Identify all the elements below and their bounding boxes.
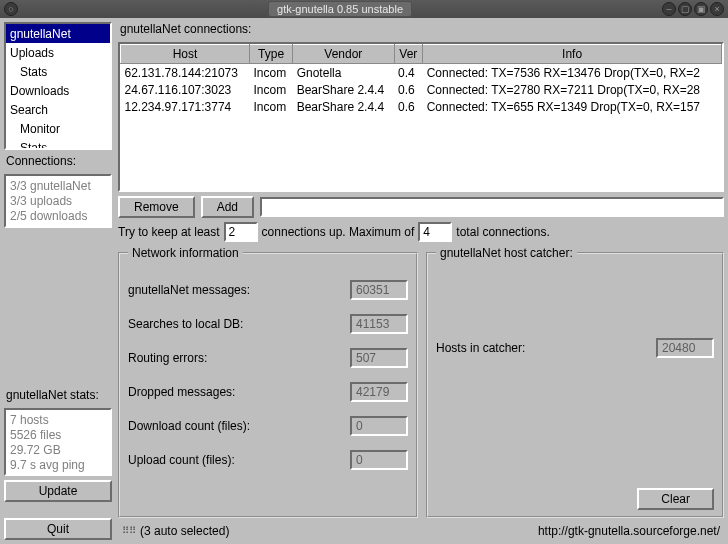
cell-vendor: Gnotella [293,64,394,82]
table-row[interactable]: 24.67.116.107:3023IncomBearShare 2.4.40.… [121,81,722,98]
cell-vendor: BearShare 2.4.4 [293,81,394,98]
netinfo-value [350,382,408,402]
remove-button[interactable]: Remove [118,196,195,218]
host-catcher-group: gnutellaNet host catcher: Hosts in catch… [426,246,724,518]
cell-vendor: BearShare 2.4.4 [293,98,394,115]
network-info-legend: Network information [128,246,243,260]
nav-item-search[interactable]: Search [6,100,110,119]
nav-item-downloads[interactable]: Downloads [6,81,110,100]
netinfo-row: Upload count (files): [128,450,408,470]
cell-type: Incom [249,64,292,82]
grip-icon: ⠿⠿ [122,528,136,534]
keep-post-label: total connections. [456,225,549,239]
nav-item-uploads[interactable]: Uploads [6,43,110,62]
netinfo-label: Upload count (files): [128,453,344,467]
hosts-in-catcher-value [656,338,714,358]
netinfo-value [350,450,408,470]
host-catcher-legend: gnutellaNet host catcher: [436,246,577,260]
stats-title: gnutellaNet stats: [6,388,112,402]
network-info-group: Network information gnutellaNet messages… [118,246,418,518]
keep-connections-row: Try to keep at least connections up. Max… [118,222,724,242]
stats-line: 9.7 s avg ping [10,458,106,472]
cell-host: 62.131.78.144:21073 [121,64,250,82]
status-bar: ⠿⠿ (3 auto selected) http://gtk-gnutella… [118,522,724,540]
connections-table[interactable]: HostTypeVendorVerInfo62.131.78.144:21073… [118,42,724,192]
sysmenu-icon[interactable]: ○ [4,2,18,16]
cell-host: 12.234.97.171:3774 [121,98,250,115]
keep-mid-label: connections up. Maximum of [262,225,415,239]
connections-line: 3/3 uploads [10,194,106,208]
netinfo-row: gnutellaNet messages: [128,280,408,300]
maximize-icon[interactable]: ▢ [678,2,692,16]
cell-type: Incom [249,98,292,115]
col-ver[interactable]: Ver [394,45,423,64]
add-host-input[interactable] [260,197,724,217]
netinfo-value [350,314,408,334]
main-title: gnutellaNet connections: [120,22,724,36]
keep-pre-label: Try to keep at least [118,225,220,239]
nav-tree[interactable]: gnutellaNetUploadsStatsDownloadsSearchMo… [4,22,112,150]
netinfo-row: Routing errors: [128,348,408,368]
connections-line: 2/5 downloads [10,209,106,223]
min-connections-input[interactable] [224,222,258,242]
cell-type: Incom [249,81,292,98]
nav-item-monitor[interactable]: Monitor [6,119,110,138]
shade-icon[interactable]: ▣ [694,2,708,16]
nav-item-stats[interactable]: Stats [6,62,110,81]
cell-host: 24.67.116.107:3023 [121,81,250,98]
stats-line: 7 hosts [10,413,106,427]
netinfo-row: Searches to local DB: [128,314,408,334]
col-info[interactable]: Info [423,45,722,64]
max-connections-input[interactable] [418,222,452,242]
window-title: gtk-gnutella 0.85 unstable [268,1,412,17]
netinfo-label: Dropped messages: [128,385,344,399]
stats-summary: 7 hosts5526 files29.72 GB9.7 s avg ping [4,408,112,476]
netinfo-value [350,348,408,368]
connections-line: 3/3 gnutellaNet [10,179,106,193]
update-button[interactable]: Update [4,480,112,502]
netinfo-value [350,416,408,436]
cell-ver: 0.6 [394,98,423,115]
window-titlebar: ○ gtk-gnutella 0.85 unstable – ▢ ▣ × [0,0,728,18]
col-type[interactable]: Type [249,45,292,64]
add-button[interactable]: Add [201,196,254,218]
nav-item-stats[interactable]: Stats [6,138,110,150]
netinfo-label: Routing errors: [128,351,344,365]
col-vendor[interactable]: Vendor [293,45,394,64]
auto-selected-label: (3 auto selected) [140,524,229,538]
close-icon[interactable]: × [710,2,724,16]
cell-info: Connected: TX=7536 RX=13476 Drop(TX=0, R… [423,64,722,82]
connections-title: Connections: [6,154,112,168]
cell-ver: 0.6 [394,81,423,98]
project-url: http://gtk-gnutella.sourceforge.net/ [538,524,720,538]
cell-info: Connected: TX=2780 RX=7211 Drop(TX=0, RX… [423,81,722,98]
connections-summary: 3/3 gnutellaNet3/3 uploads2/5 downloads [4,174,112,228]
cell-ver: 0.4 [394,64,423,82]
netinfo-row: Download count (files): [128,416,408,436]
nav-item-gnutellanet[interactable]: gnutellaNet [6,24,110,43]
netinfo-value [350,280,408,300]
hosts-in-catcher-label: Hosts in catcher: [436,341,650,355]
col-host[interactable]: Host [121,45,250,64]
netinfo-label: Download count (files): [128,419,344,433]
netinfo-label: gnutellaNet messages: [128,283,344,297]
minimize-icon[interactable]: – [662,2,676,16]
stats-line: 29.72 GB [10,443,106,457]
cell-info: Connected: TX=655 RX=1349 Drop(TX=0, RX=… [423,98,722,115]
netinfo-row: Dropped messages: [128,382,408,402]
clear-button[interactable]: Clear [637,488,714,510]
netinfo-label: Searches to local DB: [128,317,344,331]
quit-button[interactable]: Quit [4,518,112,540]
table-row[interactable]: 62.131.78.144:21073IncomGnotella0.4Conne… [121,64,722,82]
table-row[interactable]: 12.234.97.171:3774IncomBearShare 2.4.40.… [121,98,722,115]
stats-line: 5526 files [10,428,106,442]
